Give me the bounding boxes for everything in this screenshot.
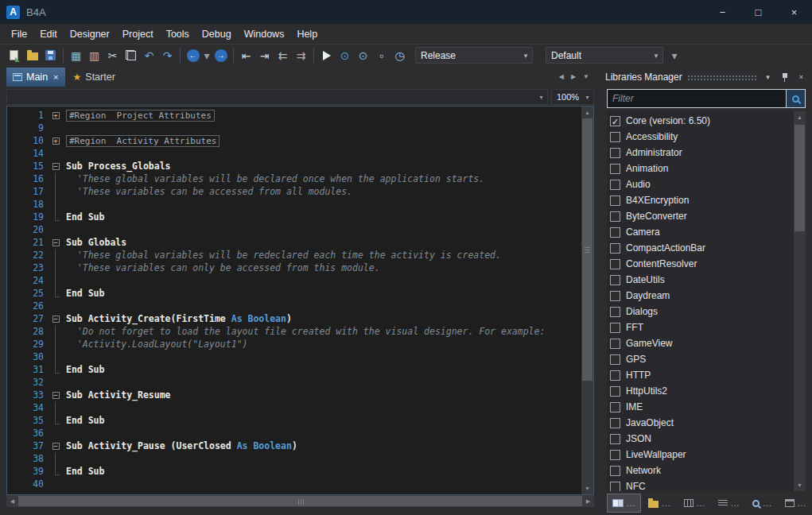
panel-menu-icon[interactable]: ▾ [762,73,774,81]
library-item[interactable]: B4XEncryption [607,192,794,208]
build-configuration-dropdown[interactable]: Release▾ [415,47,533,64]
panel-tab-designer[interactable]: ... [779,494,812,513]
library-item[interactable]: HttpUtils2 [607,383,794,399]
library-item[interactable]: CompactActionBar [607,240,794,256]
navigate-forward-button[interactable]: → [212,46,230,65]
outdent-button[interactable]: ⇤ [237,46,255,65]
scroll-right-icon[interactable]: ▶ [582,495,594,507]
library-item[interactable]: DateUtils [607,272,794,288]
fold-marker[interactable]: − [49,439,63,452]
library-item[interactable]: Network [607,463,794,478]
checkbox[interactable]: ✓ [610,116,620,126]
panel-close-icon[interactable]: × [795,73,807,81]
fold-marker[interactable]: + [49,134,63,147]
pin-button[interactable] [779,72,791,83]
cut-button[interactable]: ✂ [103,46,122,65]
library-item[interactable]: Audio [607,176,794,192]
checkbox[interactable] [610,386,620,397]
navigate-back-menu-button[interactable]: ▾ [202,46,212,65]
library-item[interactable]: GameView [607,335,794,351]
menu-windows[interactable]: Windows [238,26,291,42]
filter-search-button[interactable] [786,90,805,107]
fold-marker[interactable]: − [49,160,63,172]
panel-tab-modules[interactable]: ... [713,494,745,513]
checkbox[interactable] [610,180,620,190]
indent-button[interactable]: ⇥ [255,46,274,65]
checkbox[interactable] [610,307,620,317]
compile-timer-button[interactable]: ◷ [390,46,409,65]
debug-restart-button[interactable]: ⊙ [336,46,354,65]
fold-marker[interactable]: + [49,109,63,122]
checkbox[interactable] [610,196,620,206]
checkbox[interactable] [610,164,620,174]
library-item[interactable]: GPS [607,351,794,367]
checkbox[interactable] [610,323,620,333]
checkbox[interactable] [610,339,620,349]
designer-button[interactable]: ▦ [67,46,85,65]
fold-marker[interactable]: − [49,236,63,249]
library-item[interactable]: LiveWallpaper [607,447,794,463]
code-editor[interactable]: 1+#Region Project Attributes910+#Region … [7,106,581,494]
library-item[interactable]: ContentResolver [607,256,794,272]
menu-project[interactable]: Project [116,26,160,42]
panel-tab-libraries-manager[interactable]: ... [607,494,641,513]
panel-splitter[interactable] [594,66,602,515]
checkbox[interactable] [610,227,620,238]
checkbox[interactable] [610,434,620,444]
tab-starter[interactable]: ★ Starter [67,68,122,87]
library-item[interactable]: IME [607,399,794,415]
open-button[interactable] [23,46,41,65]
fold-marker[interactable]: − [49,312,63,325]
close-tab-icon[interactable]: × [53,72,58,82]
library-item[interactable]: Daydream [607,288,794,304]
run-button[interactable] [317,46,336,65]
scroll-down-icon[interactable]: ▼ [581,482,593,494]
editor-vertical-scrollbar[interactable]: ▲ ▼ [581,106,593,494]
library-item[interactable]: Accessibility [607,129,794,145]
scroll-left-icon[interactable]: ◀ [6,495,18,507]
close-button[interactable]: × [776,0,812,24]
panel-tab-find[interactable]: ... [747,494,777,513]
menu-tools[interactable]: Tools [160,26,196,42]
checkbox[interactable] [610,148,620,158]
tab-scroll-right-icon[interactable]: ▶ [571,73,576,80]
zoom-dropdown[interactable]: 100% ▾ [551,89,594,105]
copy-button[interactable] [122,46,140,65]
maximize-button[interactable]: □ [740,0,776,24]
library-item[interactable]: JSON [607,431,794,447]
library-item[interactable]: HTTP [607,367,794,383]
tab-list-icon[interactable]: ▼ [583,73,589,80]
checkbox[interactable] [610,291,620,301]
checkbox[interactable] [610,466,620,476]
save-button[interactable] [41,46,60,65]
menu-file[interactable]: File [5,26,33,42]
library-item[interactable]: NFC [607,478,794,491]
library-item[interactable]: Animation [607,161,794,176]
undo-button[interactable]: ↶ [140,46,158,65]
library-item[interactable]: FFT [607,319,794,335]
filter-input[interactable] [608,90,786,107]
fold-marker[interactable]: − [49,389,63,401]
comment-button[interactable]: ⇇ [274,46,292,65]
minimize-button[interactable]: − [705,0,740,24]
tab-scroll-left-icon[interactable]: ◀ [559,73,564,80]
scroll-up-icon[interactable]: ▲ [794,111,806,123]
library-item[interactable]: Dialogs [607,304,794,319]
navigate-back-button[interactable]: ← [184,46,202,65]
menu-edit[interactable]: Edit [33,26,64,42]
checkbox[interactable] [610,370,620,381]
module-member-dropdown[interactable]: ▾ [6,89,548,105]
visual-designer-button[interactable]: ▥ [85,46,103,65]
checkbox[interactable] [610,354,620,365]
editor-horizontal-scrollbar[interactable]: ◀ ▶ [6,495,594,507]
uncomment-button[interactable]: ⇉ [292,46,310,65]
checkbox[interactable] [610,132,620,142]
debug-resume-button[interactable]: ⊙ [354,46,372,65]
checkbox[interactable] [610,450,620,460]
scrollbar-thumb[interactable] [582,118,592,381]
library-item[interactable]: Camera [607,224,794,240]
redo-button[interactable]: ↷ [158,46,177,65]
panel-tab-files[interactable]: ... [643,494,676,513]
checkbox[interactable] [610,402,620,412]
scrollbar-thumb[interactable] [18,496,582,506]
